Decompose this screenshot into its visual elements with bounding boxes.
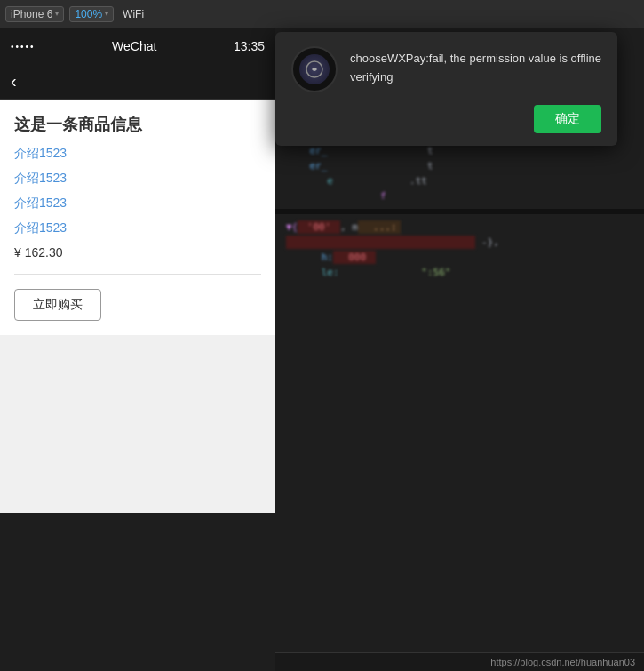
- connection-label: WiFi: [123, 8, 144, 20]
- product-desc-1: 介绍1523: [14, 146, 261, 162]
- screenshot-container: iPhone 6 ▾ 100% ▾ WiFi ••••• WeChat 13:3…: [0, 0, 644, 671]
- phone-panel: ••••• WeChat 13:35 ‹ 这是一条商品信息 介绍1523 介绍1…: [0, 0, 275, 671]
- device-chevron: ▾: [55, 10, 59, 18]
- popup-icon: [291, 46, 338, 92]
- empty-area: [0, 335, 275, 513]
- device-selector[interactable]: iPhone 6 ▾: [5, 6, 64, 22]
- zoom-chevron: ▾: [105, 10, 108, 18]
- url-bar: https://blog.csdn.net/huanhuan03: [275, 652, 644, 671]
- popup-icon-inner: [299, 54, 330, 84]
- product-price: ¥ 162.30: [14, 245, 261, 260]
- back-button[interactable]: ‹: [11, 71, 17, 92]
- app-name: WeChat: [112, 39, 156, 53]
- zoom-label: 100%: [75, 8, 102, 20]
- nav-bar: ‹: [0, 64, 275, 100]
- product-desc-3: 介绍1523: [14, 196, 261, 212]
- product-title: 这是一条商品信息: [14, 114, 261, 135]
- device-label: iPhone 6: [11, 8, 52, 20]
- popup-footer: 确定: [291, 105, 601, 133]
- popup-header: chooseWXPay:fail, the permission value i…: [291, 46, 601, 92]
- product-desc-2: 介绍1523: [14, 171, 261, 187]
- status-time: 13:35: [234, 39, 265, 53]
- code-block-bottom: ▼{ '00' , m ...: -}, h: 000 le: ":56": [275, 214, 644, 285]
- status-bar: ••••• WeChat 13:35: [0, 28, 275, 64]
- buy-button[interactable]: 立即购买: [14, 289, 101, 321]
- zoom-selector[interactable]: 100% ▾: [69, 6, 114, 22]
- product-content: 这是一条商品信息 介绍1523 介绍1523 介绍1523 介绍1523 ¥ 1…: [0, 100, 275, 335]
- popup-dialog: chooseWXPay:fail, the permission value i…: [275, 32, 617, 146]
- product-desc-4: 介绍1523: [14, 220, 261, 236]
- divider: [14, 274, 261, 275]
- popup-message: chooseWXPay:fail, the permission value i…: [350, 52, 601, 84]
- url-text: https://blog.csdn.net/huanhuan03: [490, 657, 635, 667]
- popup-message-area: chooseWXPay:fail, the permission value i…: [350, 46, 601, 87]
- signal-dots: •••••: [11, 42, 36, 52]
- confirm-button[interactable]: 确定: [534, 105, 601, 133]
- wechat-miniapp-icon: [306, 60, 323, 78]
- top-toolbar: iPhone 6 ▾ 100% ▾ WiFi: [0, 0, 644, 28]
